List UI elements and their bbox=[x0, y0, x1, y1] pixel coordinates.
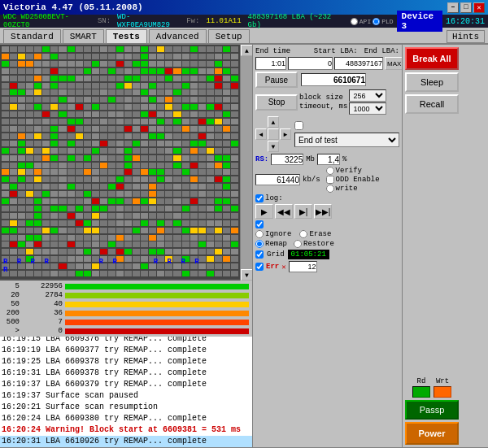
scan-cell bbox=[26, 133, 33, 139]
scan-cell bbox=[2, 169, 9, 175]
scan-cell bbox=[207, 83, 214, 89]
grid-checkbox[interactable] bbox=[255, 250, 264, 259]
erase-radio[interactable] bbox=[299, 230, 307, 238]
ignore-radio[interactable] bbox=[255, 230, 264, 238]
power-button[interactable]: Power bbox=[405, 422, 459, 445]
arrow-down-btn[interactable]: ▼ bbox=[268, 141, 279, 152]
speed-input[interactable] bbox=[255, 174, 300, 185]
err-checkbox[interactable] bbox=[255, 263, 264, 271]
arrow-up-btn[interactable]: ▲ bbox=[268, 116, 279, 128]
scan-cell bbox=[108, 155, 115, 161]
block-size-select[interactable]: 2565121024 bbox=[349, 89, 386, 102]
log-checkbox[interactable] bbox=[255, 194, 264, 202]
remap-label: Remap bbox=[265, 240, 287, 248]
odd-enable-checkbox[interactable] bbox=[326, 176, 334, 184]
scan-cell bbox=[84, 220, 91, 226]
scan-cell bbox=[165, 163, 172, 168]
write-radio[interactable] bbox=[326, 185, 334, 193]
legend-count-6: 0 bbox=[22, 327, 63, 335]
scan-cell bbox=[231, 133, 238, 139]
tab-standard[interactable]: Standard bbox=[3, 29, 61, 43]
scan-cell bbox=[100, 155, 107, 161]
recall-button[interactable]: Recall bbox=[405, 94, 459, 114]
scan-cell bbox=[34, 97, 41, 102]
scan-cell bbox=[165, 133, 172, 139]
stop-button[interactable]: Stop bbox=[255, 94, 298, 111]
scan-cell bbox=[157, 61, 164, 67]
end-time-input[interactable] bbox=[255, 57, 286, 70]
scroll-track[interactable] bbox=[241, 56, 252, 269]
scan-cell bbox=[116, 241, 124, 247]
scan-cell bbox=[215, 133, 222, 139]
start-lba-input[interactable] bbox=[288, 57, 333, 70]
scroll-up-btn[interactable]: ▲ bbox=[241, 45, 252, 56]
skip-forward-button[interactable]: ▶| bbox=[294, 204, 312, 219]
log-entry: 16:20:21 Surface scan resumption bbox=[0, 402, 252, 413]
scan-cell bbox=[231, 213, 238, 219]
current-lba-input[interactable] bbox=[301, 73, 366, 86]
sleep-button[interactable]: Sleep bbox=[405, 72, 459, 92]
skip-end-button[interactable]: ▶▶| bbox=[314, 204, 332, 219]
pct-input[interactable] bbox=[317, 154, 340, 165]
mb-input[interactable] bbox=[271, 154, 303, 165]
scan-cell bbox=[2, 241, 9, 247]
scan-cell bbox=[100, 68, 107, 74]
scan-cell bbox=[50, 97, 58, 102]
scan-cell bbox=[34, 228, 41, 233]
pld-radio[interactable] bbox=[373, 18, 380, 25]
end-lba-input[interactable] bbox=[334, 57, 383, 70]
scan-cell bbox=[42, 141, 50, 146]
end-of-test-select[interactable]: End of test Restart Shutdown Hibernate bbox=[294, 133, 399, 147]
log-area[interactable]: 16:18:28 LBA 6607802 try REMAP... comple… bbox=[0, 337, 252, 447]
scan-cell bbox=[124, 97, 132, 102]
verify-radio[interactable] bbox=[326, 167, 334, 175]
scan-cell bbox=[10, 163, 17, 168]
tab-tests[interactable]: Tests bbox=[106, 29, 147, 43]
scan-cell bbox=[42, 104, 50, 110]
scan-cell bbox=[10, 68, 17, 74]
scan-cell bbox=[215, 249, 222, 254]
break-all-button[interactable]: Break All bbox=[405, 47, 459, 70]
scan-cell bbox=[141, 220, 148, 226]
scan-cell bbox=[165, 206, 172, 211]
passp-button[interactable]: Passp bbox=[405, 400, 459, 420]
scan-cell bbox=[198, 176, 206, 182]
right-buttons-panel: Break All Sleep Recall Rd Wrt Passp Powe… bbox=[403, 45, 461, 447]
scan-cell bbox=[76, 148, 83, 154]
timeout-select[interactable]: 10005002000 bbox=[349, 102, 386, 115]
scan-cell bbox=[231, 155, 238, 161]
api-radio[interactable] bbox=[351, 18, 358, 25]
scan-cell bbox=[173, 141, 181, 146]
restore-radio[interactable] bbox=[294, 240, 302, 248]
tab-advanced[interactable]: Advanced bbox=[149, 29, 207, 43]
scan-cell bbox=[100, 213, 107, 219]
scan-cell bbox=[124, 191, 132, 197]
end-of-test-checkbox[interactable] bbox=[294, 121, 303, 130]
scan-cell bbox=[165, 155, 172, 161]
play-button[interactable]: ▶ bbox=[255, 204, 273, 219]
ignore-erase-checkbox[interactable] bbox=[255, 220, 264, 228]
err-value-input[interactable] bbox=[289, 261, 317, 272]
scan-cell bbox=[76, 89, 83, 95]
scan-cell bbox=[100, 104, 107, 110]
max-button[interactable]: MAX bbox=[385, 57, 403, 70]
remap-radio[interactable] bbox=[255, 240, 264, 248]
scan-cell bbox=[108, 97, 115, 102]
wrt-col: Wrt bbox=[434, 377, 451, 398]
arrow-left-btn[interactable]: ◄ bbox=[255, 128, 267, 140]
scan-cell bbox=[116, 176, 124, 182]
scan-cell bbox=[223, 198, 230, 204]
scan-cell bbox=[84, 54, 91, 59]
hints-button[interactable]: Hints bbox=[447, 30, 485, 43]
scan-cell bbox=[100, 235, 107, 241]
scan-cell bbox=[182, 176, 190, 182]
scan-cell bbox=[157, 126, 164, 132]
pause-button[interactable]: Pause bbox=[255, 72, 298, 88]
scan-cell bbox=[207, 104, 214, 110]
arrow-right-btn[interactable]: ► bbox=[280, 128, 291, 140]
scan-cell bbox=[198, 61, 206, 67]
tab-setup[interactable]: Setup bbox=[208, 29, 250, 43]
scan-cell bbox=[18, 97, 25, 102]
tab-smart[interactable]: SMART bbox=[63, 29, 104, 43]
back-button[interactable]: ◀◀ bbox=[275, 204, 293, 219]
